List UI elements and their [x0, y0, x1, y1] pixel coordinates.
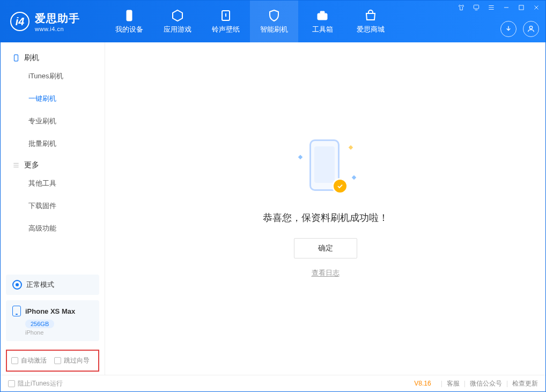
checkbox-skip-guide[interactable]: 跳过向导 [54, 356, 90, 365]
app-title: 爱思助手 [35, 11, 80, 26]
checkbox-block-itunes[interactable]: 阻止iTunes运行 [8, 379, 63, 388]
main-nav: 我的设备 应用游戏 铃声壁纸 智能刷机 工具箱 爱思商城 [105, 1, 395, 42]
sidebar-item-itunes-flash[interactable]: iTunes刷机 [1, 65, 105, 87]
sidebar-group-flash: 刷机 [1, 48, 105, 65]
device-name: iPhone XS Max [25, 307, 75, 315]
sidebar: 刷机 iTunes刷机 一键刷机 专业刷机 批量刷机 更多 其他工具 下载固件 … [1, 42, 105, 375]
feedback-icon[interactable] [471, 3, 481, 12]
sidebar-item-pro-flash[interactable]: 专业刷机 [1, 110, 105, 132]
device-mode-status[interactable]: 正常模式 [6, 275, 99, 295]
sidebar-group-more: 更多 [1, 155, 105, 172]
checkbox-icon [11, 357, 18, 364]
app-subtitle: www.i4.cn [35, 26, 80, 32]
device-storage-badge: 256GB [25, 320, 54, 328]
ok-button[interactable]: 确定 [294, 238, 357, 258]
checkbox-icon [8, 380, 15, 387]
minimize-button[interactable] [501, 3, 511, 12]
svg-point-6 [529, 26, 532, 29]
nav-ringtone[interactable]: 铃声壁纸 [202, 1, 250, 42]
sidebar-item-other-tools[interactable]: 其他工具 [1, 172, 105, 195]
version-label: V8.16 [414, 380, 431, 387]
sidebar-item-firmware[interactable]: 下载固件 [1, 195, 105, 217]
svg-rect-3 [320, 11, 324, 13]
device-type: iPhone [25, 329, 93, 336]
svg-rect-4 [474, 5, 478, 9]
device-icon [12, 54, 20, 62]
music-icon [219, 9, 233, 23]
nav-flash[interactable]: 智能刷机 [250, 1, 298, 42]
window-controls [456, 3, 541, 12]
nav-apps[interactable]: 应用游戏 [153, 1, 202, 42]
view-log-link[interactable]: 查看日志 [312, 268, 340, 278]
svg-rect-5 [519, 5, 523, 10]
title-bar: i4 爱思助手 www.i4.cn 我的设备 应用游戏 铃声壁纸 智能刷机 工具… [1, 1, 545, 42]
device-phone-icon [12, 306, 21, 316]
check-badge-icon [332, 178, 348, 194]
wechat-link[interactable]: 微信公众号 [470, 379, 502, 388]
checkbox-icon [54, 357, 61, 364]
store-icon [364, 9, 378, 23]
user-button[interactable] [523, 21, 539, 37]
header-actions [500, 21, 539, 37]
toolbox-icon [315, 9, 329, 23]
nav-toolbox[interactable]: 工具箱 [298, 1, 346, 42]
close-button[interactable] [532, 3, 541, 12]
check-update-link[interactable]: 检查更新 [512, 379, 538, 388]
maximize-button[interactable] [517, 3, 526, 12]
nav-store[interactable]: 爱思商城 [346, 1, 395, 42]
svg-rect-2 [318, 13, 327, 20]
svg-rect-7 [14, 55, 18, 61]
sidebar-item-advanced[interactable]: 高级功能 [1, 217, 105, 240]
checkbox-auto-activate[interactable]: 自动激活 [11, 356, 47, 365]
shield-refresh-icon [267, 9, 281, 23]
list-icon [12, 161, 20, 169]
svg-rect-0 [127, 10, 132, 21]
support-link[interactable]: 客服 [447, 379, 460, 388]
sidebar-item-batch-flash[interactable]: 批量刷机 [1, 132, 105, 155]
main-content: 恭喜您，保资料刷机成功啦！ 确定 查看日志 [105, 42, 545, 375]
success-illustration [293, 139, 358, 198]
cube-icon [171, 9, 185, 23]
phone-icon [122, 9, 136, 23]
status-dot-icon [12, 280, 22, 290]
highlighted-options: 自动激活 跳过向导 [6, 350, 99, 372]
menu-icon[interactable] [486, 3, 496, 12]
nav-my-device[interactable]: 我的设备 [105, 1, 153, 42]
download-button[interactable] [500, 21, 517, 37]
app-logo: i4 爱思助手 www.i4.cn [1, 1, 105, 42]
status-bar: 阻止iTunes运行 V8.16 | 客服 | 微信公众号 | 检查更新 [1, 375, 545, 391]
success-message: 恭喜您，保资料刷机成功啦！ [263, 211, 388, 224]
device-card[interactable]: iPhone XS Max 256GB iPhone [6, 300, 99, 341]
skin-icon[interactable] [456, 3, 466, 12]
sidebar-item-oneclick-flash[interactable]: 一键刷机 [1, 87, 105, 110]
logo-icon: i4 [10, 12, 29, 31]
